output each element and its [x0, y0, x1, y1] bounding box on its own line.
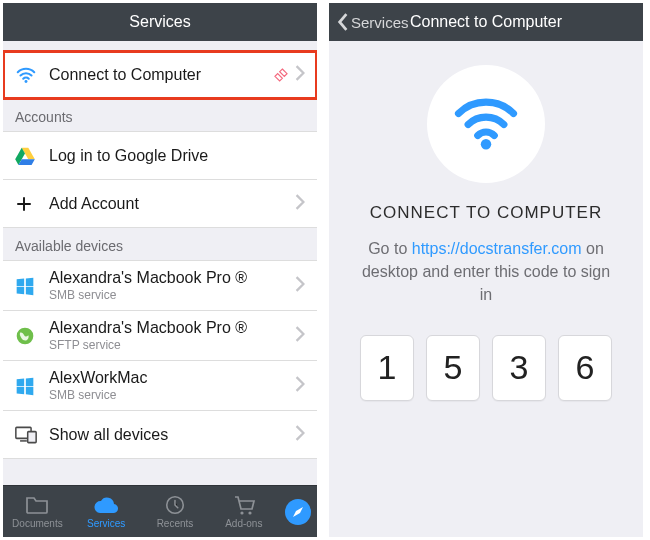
add-account-row[interactable]: Add Account — [3, 180, 317, 228]
device-name: Alexandra's Macbook Pro ® — [49, 319, 295, 337]
connect-content: Connect to Computer Go to https://docstr… — [329, 41, 643, 537]
wifi-icon — [451, 97, 521, 152]
header: Services — [3, 3, 317, 41]
tab-recents[interactable]: Recents — [145, 494, 205, 529]
connect-to-computer-row[interactable]: Connect to Computer — [3, 51, 317, 99]
tab-documents[interactable]: Documents — [7, 494, 67, 529]
header-title: Connect to Computer — [410, 13, 562, 31]
tab-label: Add-ons — [225, 518, 262, 529]
svg-point-10 — [248, 511, 251, 514]
chevron-right-icon — [295, 376, 305, 396]
services-screen: Services Connect to Computer Accounts Lo… — [3, 3, 317, 537]
code-digit: 3 — [492, 335, 546, 401]
tab-addons[interactable]: Add-ons — [214, 494, 274, 529]
svg-point-0 — [25, 79, 28, 82]
folder-icon — [25, 494, 49, 516]
code-digit: 5 — [426, 335, 480, 401]
cloud-icon — [93, 494, 119, 516]
device-name: Alexandra's Macbook Pro ® — [49, 269, 295, 287]
device-service: SFTP service — [49, 338, 295, 352]
instruction-text: Go to https://docstransfer.com on deskto… — [361, 237, 611, 307]
show-all-label: Show all devices — [49, 426, 295, 444]
svg-point-9 — [240, 511, 243, 514]
tab-label: Services — [87, 518, 125, 529]
windows-icon — [15, 376, 43, 396]
plus-icon — [15, 195, 43, 213]
wifi-badge — [427, 65, 545, 183]
tab-label: Documents — [12, 518, 63, 529]
chevron-left-icon — [337, 13, 349, 31]
connect-label: Connect to Computer — [49, 66, 273, 84]
header-title: Services — [129, 13, 190, 31]
instruction-prefix: Go to — [368, 240, 412, 257]
back-button[interactable]: Services — [337, 13, 409, 31]
svg-point-13 — [481, 139, 491, 149]
globe-icon — [15, 326, 43, 346]
tab-bar: Documents Services Recents Add-ons — [3, 485, 317, 537]
code-row: 1 5 3 6 — [360, 335, 612, 401]
connect-screen: Services Connect to Computer Connect to … — [329, 3, 643, 537]
svg-rect-6 — [28, 431, 36, 442]
devices-section-header: Available devices — [3, 228, 317, 261]
device-name: AlexWorkMac — [49, 369, 295, 387]
tab-compass[interactable] — [283, 501, 313, 523]
transfer-url-link[interactable]: https://docstransfer.com — [412, 240, 582, 257]
google-drive-icon — [15, 147, 43, 165]
tab-label: Recents — [157, 518, 194, 529]
cart-icon — [232, 494, 256, 516]
wifi-icon — [15, 64, 43, 86]
accounts-section-header: Accounts — [3, 99, 317, 132]
device-service: SMB service — [49, 388, 295, 402]
chevron-right-icon — [295, 276, 305, 296]
header: Services Connect to Computer — [329, 3, 643, 41]
chevron-right-icon — [295, 194, 305, 214]
code-digit: 6 — [558, 335, 612, 401]
device-row[interactable]: Alexandra's Macbook Pro ® SFTP service — [3, 311, 317, 361]
google-drive-label: Log in to Google Drive — [49, 147, 305, 165]
compass-icon — [283, 501, 313, 523]
add-account-label: Add Account — [49, 195, 295, 213]
tab-services[interactable]: Services — [76, 494, 136, 529]
device-service: SMB service — [49, 288, 295, 302]
code-digit: 1 — [360, 335, 414, 401]
connect-heading: Connect to Computer — [370, 203, 602, 223]
chevron-right-icon — [295, 65, 305, 85]
clock-icon — [164, 494, 186, 516]
chevron-right-icon — [295, 326, 305, 346]
svg-point-4 — [17, 327, 34, 344]
windows-icon — [15, 276, 43, 296]
google-drive-row[interactable]: Log in to Google Drive — [3, 132, 317, 180]
devices-icon — [15, 426, 43, 444]
device-row[interactable]: Alexandra's Macbook Pro ® SMB service — [3, 261, 317, 311]
chevron-right-icon — [295, 425, 305, 445]
show-all-devices-row[interactable]: Show all devices — [3, 411, 317, 459]
link-icon — [273, 67, 289, 83]
device-row[interactable]: AlexWorkMac SMB service — [3, 361, 317, 411]
back-label: Services — [351, 14, 409, 31]
